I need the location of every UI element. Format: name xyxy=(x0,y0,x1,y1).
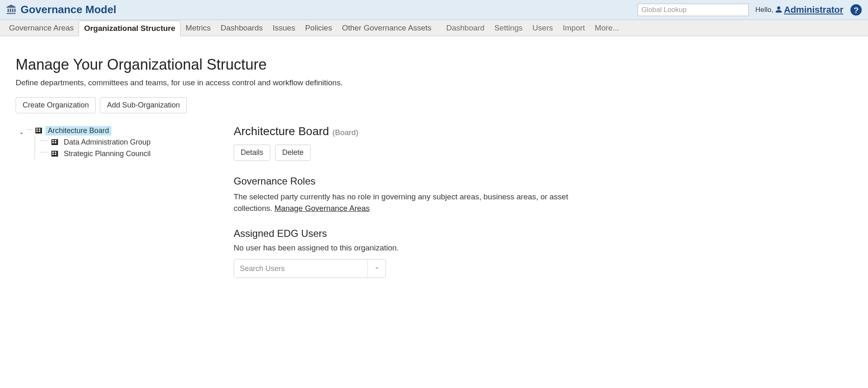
chevron-down-icon xyxy=(374,265,380,272)
topbar-right: Hello, Administrator ? xyxy=(638,4,862,16)
tree-child-label[interactable]: Data Administration Group xyxy=(61,138,153,147)
page-title: Manage Your Organizational Structure xyxy=(16,56,852,73)
building-icon xyxy=(51,139,58,145)
tab-users[interactable]: Users xyxy=(527,20,558,36)
tree-connector xyxy=(40,152,47,152)
tree-child-label[interactable]: Strategic Planning Council xyxy=(61,149,153,159)
detail-type: (Board) xyxy=(332,128,358,137)
page-subtitle: Define departments, committees and teams… xyxy=(16,78,852,87)
building-icon xyxy=(35,128,42,133)
tab-other-governance-assets[interactable]: Other Governance Assets xyxy=(337,20,436,36)
tree-child-node[interactable]: Strategic Planning Council xyxy=(40,148,217,159)
svg-text:?: ? xyxy=(854,5,859,14)
search-users-dropdown-button[interactable] xyxy=(367,259,385,278)
global-lookup-input[interactable] xyxy=(638,4,749,16)
governance-icon xyxy=(6,4,16,16)
tab-metrics[interactable]: Metrics xyxy=(181,20,216,36)
governance-roles-text: The selected party currently has no role… xyxy=(234,191,587,214)
tab-more[interactable]: More... xyxy=(590,20,624,36)
user-icon xyxy=(775,5,782,14)
tab-bar: Governance Areas Organizational Structur… xyxy=(0,20,868,36)
tree-root-node[interactable]: Architecture Board xyxy=(20,125,217,136)
tab-governance-areas[interactable]: Governance Areas xyxy=(4,20,79,36)
detail-actions: Details Delete xyxy=(234,145,852,161)
detail-title-text: Architecture Board xyxy=(234,125,329,138)
topbar-left: Governance Model xyxy=(6,3,116,16)
tab-dashboard[interactable]: Dashboard xyxy=(441,20,490,36)
assigned-users-heading: Assigned EDG Users xyxy=(234,228,852,239)
tree-child-group: Data Administration Group Strategic Plan… xyxy=(35,136,217,159)
governance-roles-heading: Governance Roles xyxy=(234,175,852,187)
help-icon[interactable]: ? xyxy=(850,4,862,16)
tree-connector xyxy=(27,129,32,130)
add-sub-organization-button[interactable]: Add Sub-Organization xyxy=(100,97,187,113)
tree-connector xyxy=(40,140,47,141)
org-tree: Architecture Board Data Administration G… xyxy=(16,125,217,278)
user-greeting: Hello, Administrator xyxy=(755,5,843,15)
page-actions: Create Organization Add Sub-Organization xyxy=(16,97,852,113)
user-link[interactable]: Administrator xyxy=(784,5,843,15)
top-bar: Governance Model Hello, Administrator ? xyxy=(0,0,868,20)
main-content: Manage Your Organizational Structure Def… xyxy=(0,36,868,298)
tab-issues[interactable]: Issues xyxy=(268,20,300,36)
assigned-users-empty: No user has been assigned to this organi… xyxy=(234,243,852,252)
detail-panel: Architecture Board (Board) Details Delet… xyxy=(234,125,852,278)
delete-button[interactable]: Delete xyxy=(275,145,311,161)
tab-organizational-structure[interactable]: Organizational Structure xyxy=(79,21,181,36)
app-title: Governance Model xyxy=(21,3,116,16)
tab-import[interactable]: Import xyxy=(558,20,590,36)
search-users-input[interactable] xyxy=(234,259,367,278)
tree-expand-icon[interactable] xyxy=(20,129,24,133)
building-icon xyxy=(51,151,58,157)
search-users-combo[interactable] xyxy=(234,259,386,278)
details-button[interactable]: Details xyxy=(234,145,270,161)
tab-dashboards[interactable]: Dashboards xyxy=(216,20,267,36)
tab-policies[interactable]: Policies xyxy=(300,20,337,36)
detail-title: Architecture Board (Board) xyxy=(234,125,852,138)
tree-root-label[interactable]: Architecture Board xyxy=(45,126,111,136)
create-organization-button[interactable]: Create Organization xyxy=(16,97,96,113)
manage-governance-areas-link[interactable]: Manage Governance Areas xyxy=(274,204,369,213)
tree-child-node[interactable]: Data Administration Group xyxy=(40,136,217,148)
hello-prefix: Hello, xyxy=(755,6,773,14)
tab-settings[interactable]: Settings xyxy=(490,20,528,36)
